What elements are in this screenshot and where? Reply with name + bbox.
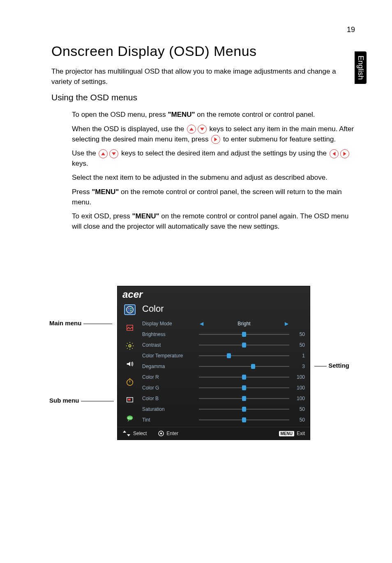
text: To open the OSD menu, press (72, 111, 168, 118)
svg-marker-14 (123, 431, 126, 433)
svg-point-1 (128, 308, 129, 309)
page-title: Onscreen Display (OSD) Menus (51, 43, 355, 59)
svg-point-3 (128, 310, 129, 311)
setting-control[interactable] (196, 334, 293, 335)
audio-icon[interactable] (124, 359, 136, 369)
setting-number: 50 (293, 331, 305, 337)
page-number: 19 (347, 25, 355, 34)
setting-number: 100 (293, 385, 305, 391)
setting-control[interactable] (196, 345, 293, 345)
language-icon[interactable]: abc (124, 413, 136, 424)
slider-track[interactable] (199, 345, 289, 345)
intro-text: The projector has multilingual OSD that … (51, 67, 355, 87)
slider-track[interactable] (199, 334, 289, 335)
setting-number: 3 (293, 364, 305, 369)
setting-label: Color B (142, 396, 196, 401)
label-text: Main menu (49, 320, 81, 327)
slider-track[interactable] (199, 419, 289, 420)
text: to enter submenu for feature setting. (223, 135, 336, 143)
osd-footer: Select Enter MENU Exit (118, 427, 310, 440)
osd-sidebar: abc (118, 301, 142, 427)
instruction-next-item: Select the next item to be adjusted in t… (72, 173, 355, 183)
setting-number: 50 (293, 406, 305, 412)
text: Use the (72, 149, 98, 157)
slider-thumb[interactable] (242, 385, 246, 390)
setting-label: Setting (314, 362, 349, 369)
svg-rect-11 (128, 399, 130, 401)
osd-main-panel: Color Display Mode◀Bright▶Brightness50Co… (142, 301, 310, 427)
slider-thumb[interactable] (242, 417, 246, 422)
content-area: Onscreen Display (OSD) Menus The project… (51, 43, 355, 236)
setting-label: Display Mode (142, 321, 196, 327)
setting-value: Bright (238, 321, 250, 327)
right-arrow-icon (340, 149, 349, 158)
menu-keyword: "MENU" (92, 188, 119, 196)
osd-rows: Display Mode◀Bright▶Brightness50Contrast… (142, 318, 305, 425)
section-subheading: Using the OSD menus (51, 93, 355, 102)
settings-gear-icon[interactable] (124, 341, 136, 351)
svg-point-6 (129, 345, 131, 347)
osd-title: Color (142, 301, 305, 318)
down-arrow-icon (109, 149, 118, 158)
setting-control[interactable] (196, 409, 293, 410)
osd-setting-row[interactable]: Brightness50 (142, 329, 305, 340)
setting-control[interactable] (196, 398, 293, 399)
osd-setting-row[interactable]: Color B100 (142, 393, 305, 404)
text: keys. (72, 160, 88, 167)
osd-setting-row[interactable]: Tint50 (142, 415, 305, 425)
slider-thumb[interactable] (227, 353, 231, 358)
setting-label: Saturation (142, 406, 196, 412)
color-palette-icon[interactable] (124, 304, 136, 315)
slider-thumb[interactable] (251, 364, 255, 369)
slider-track[interactable] (199, 398, 289, 399)
text: When the OSD is displayed, use the (72, 125, 186, 133)
text: on the remote control or control panel. (195, 111, 315, 118)
text: keys to select the desired item and adju… (121, 149, 329, 157)
brand-logo: acer (118, 286, 310, 301)
slider-track[interactable] (199, 387, 289, 388)
main-menu-label: Main menu (49, 320, 112, 327)
osd-setting-row[interactable]: Degamma3 (142, 361, 305, 372)
setting-control[interactable]: ◀Bright▶ (196, 321, 293, 327)
slider-track[interactable] (199, 366, 289, 367)
slider-thumb[interactable] (242, 407, 246, 412)
osd-setting-row[interactable]: Display Mode◀Bright▶ (142, 318, 305, 329)
osd-body: abc Color Display Mode◀Bright▶Brightness… (118, 301, 310, 427)
image-icon[interactable] (124, 322, 136, 333)
svg-point-4 (130, 310, 131, 311)
up-arrow-icon (99, 149, 108, 158)
setting-label: Color R (142, 374, 196, 380)
left-arrow-icon[interactable]: ◀ (200, 321, 203, 327)
slider-thumb[interactable] (242, 332, 246, 337)
osd-setting-row[interactable]: Color Temperature1 (142, 350, 305, 361)
instruction-return: Press "MENU" on the remote control or co… (72, 187, 355, 207)
setting-label: Brightness (142, 331, 196, 337)
osd-setting-row[interactable]: Color R100 (142, 372, 305, 382)
slider-thumb[interactable] (242, 396, 246, 401)
slider-track[interactable] (199, 355, 289, 356)
setting-control[interactable] (196, 377, 293, 378)
setting-label: Degamma (142, 364, 196, 369)
svg-text:abc: abc (128, 417, 132, 419)
setting-label: Tint (142, 417, 196, 423)
text: To exit OSD, press (72, 212, 132, 220)
setting-control[interactable] (196, 355, 293, 356)
footer-select: Select (122, 431, 147, 436)
slider-thumb[interactable] (242, 343, 246, 348)
right-arrow-icon[interactable]: ▶ (285, 321, 288, 327)
slider-track[interactable] (199, 409, 289, 410)
slider-track[interactable] (199, 377, 289, 378)
osd-setting-row[interactable]: Saturation50 (142, 404, 305, 415)
screen-icon[interactable] (124, 395, 136, 405)
setting-control[interactable] (196, 419, 293, 420)
slider-thumb[interactable] (242, 375, 246, 380)
footer-text: Exit (297, 431, 305, 436)
setting-control[interactable] (196, 387, 293, 388)
label-text: Setting (328, 362, 349, 369)
timer-icon[interactable] (124, 377, 136, 387)
enter-icon (158, 431, 164, 436)
instruction-adjust: Use the keys to select the desired item … (72, 148, 355, 169)
osd-setting-row[interactable]: Color G100 (142, 382, 305, 393)
setting-control[interactable] (196, 366, 293, 367)
osd-setting-row[interactable]: Contrast50 (142, 340, 305, 350)
